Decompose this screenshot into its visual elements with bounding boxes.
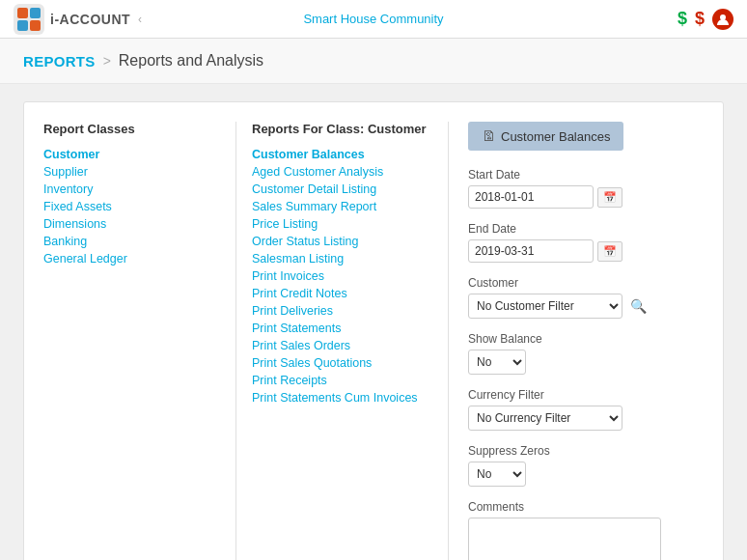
suppress-zeros-row: No Yes [468, 462, 704, 487]
end-date-label: End Date [468, 222, 704, 236]
header: i-ACCOUNT ‹ Smart House Community $ $ [0, 0, 747, 39]
class-item-customer[interactable]: Customer [43, 146, 220, 163]
start-date-row: 📅 [468, 185, 704, 209]
report-item-print-statements[interactable]: Print Statements [252, 320, 432, 337]
report-item-print-credit-notes[interactable]: Print Credit Notes [252, 285, 432, 302]
show-balance-row: No Yes [468, 350, 704, 375]
class-item-supplier[interactable]: Supplier [43, 163, 220, 181]
report-item-order-status-listing[interactable]: Order Status Listing [252, 233, 432, 250]
income-icon[interactable]: $ [678, 9, 687, 29]
report-item-print-deliveries[interactable]: Print Deliveries [252, 302, 432, 320]
comments-field: Comments [468, 500, 704, 560]
class-item-general-ledger[interactable]: General Ledger [43, 250, 220, 267]
report-card: Report Classes Customer Supplier Invento… [23, 101, 724, 560]
breadcrumb-reports-link[interactable]: REPORTS [23, 53, 96, 70]
end-date-field: End Date 📅 [468, 222, 704, 263]
report-item-aged-customer-analysis[interactable]: Aged Customer Analysis [252, 163, 432, 181]
svg-rect-3 [17, 20, 28, 31]
show-balance-label: Show Balance [468, 332, 704, 346]
end-date-calendar-button[interactable]: 📅 [597, 241, 622, 262]
end-date-input[interactable] [468, 239, 594, 263]
report-item-customer-balances[interactable]: Customer Balances [252, 146, 432, 163]
report-item-salesman-listing[interactable]: Salesman Listing [252, 250, 432, 267]
customer-label: Customer [468, 276, 704, 290]
reports-for-class-column: Reports For Class: Customer Customer Bal… [236, 122, 449, 560]
suppress-zeros-label: Suppress Zeros [468, 444, 704, 458]
show-balance-select[interactable]: No Yes [468, 350, 526, 375]
report-item-print-sales-quotations[interactable]: Print Sales Quotations [252, 354, 432, 372]
report-title-label: Customer Balances [501, 129, 610, 144]
report-classes-header: Report Classes [43, 122, 220, 136]
report-item-print-receipts[interactable]: Print Receipts [252, 372, 432, 389]
expense-icon[interactable]: $ [695, 9, 705, 29]
logo[interactable]: i-ACCOUNT [14, 4, 130, 35]
report-item-print-sales-orders[interactable]: Print Sales Orders [252, 337, 432, 354]
report-title-button[interactable]: 🖻 Customer Balances [468, 122, 623, 151]
start-date-field: Start Date 📅 [468, 168, 704, 209]
svg-rect-2 [30, 8, 41, 18]
suppress-zeros-field: Suppress Zeros No Yes [468, 444, 704, 487]
breadcrumb: REPORTS > Reports and Analysis [0, 39, 747, 84]
report-item-print-statements-cum-invoices[interactable]: Print Statements Cum Invoices [252, 389, 432, 406]
start-date-input[interactable] [468, 185, 594, 209]
currency-filter-select[interactable]: No Currency Filter [468, 406, 622, 431]
comments-textarea[interactable] [468, 518, 661, 560]
report-item-price-listing[interactable]: Price Listing [252, 215, 432, 233]
suppress-zeros-select[interactable]: No Yes [468, 462, 526, 487]
currency-filter-row: No Currency Filter [468, 406, 704, 431]
chevron-left-icon[interactable]: ‹ [138, 13, 142, 26]
community-name: Smart House Community [303, 12, 443, 26]
document-icon: 🖻 [482, 128, 495, 144]
start-date-label: Start Date [468, 168, 704, 182]
customer-select[interactable]: No Customer Filter [468, 294, 622, 319]
start-date-calendar-button[interactable]: 📅 [597, 187, 622, 208]
logo-icon [14, 4, 44, 35]
svg-rect-1 [17, 8, 28, 18]
report-panel: 🖻 Customer Balances Start Date 📅 End Dat… [449, 122, 704, 560]
class-item-banking[interactable]: Banking [43, 233, 220, 250]
report-item-print-invoices[interactable]: Print Invoices [252, 267, 432, 285]
end-date-row: 📅 [468, 239, 704, 263]
customer-search-button[interactable]: 🔍 [626, 296, 650, 316]
reports-for-class-header: Reports For Class: Customer [252, 122, 432, 136]
currency-filter-label: Currency Filter [468, 388, 704, 402]
main-content: Report Classes Customer Supplier Invento… [0, 84, 747, 560]
report-item-sales-summary-report[interactable]: Sales Summary Report [252, 198, 432, 215]
report-classes-column: Report Classes Customer Supplier Invento… [43, 122, 236, 560]
svg-rect-4 [30, 20, 41, 31]
report-item-customer-detail-listing[interactable]: Customer Detail Listing [252, 181, 432, 198]
class-item-inventory[interactable]: Inventory [43, 181, 220, 198]
comments-label: Comments [468, 500, 704, 514]
customer-row: No Customer Filter 🔍 [468, 294, 704, 319]
user-icon[interactable] [712, 9, 733, 30]
customer-field: Customer No Customer Filter 🔍 [468, 276, 704, 319]
class-item-dimensions[interactable]: Dimensions [43, 215, 220, 233]
breadcrumb-current: Reports and Analysis [119, 52, 263, 70]
breadcrumb-separator: > [103, 53, 111, 69]
show-balance-field: Show Balance No Yes [468, 332, 704, 375]
class-item-fixed-assets[interactable]: Fixed Assets [43, 198, 220, 215]
logo-text: i-ACCOUNT [50, 12, 130, 27]
currency-filter-field: Currency Filter No Currency Filter [468, 388, 704, 431]
header-actions: $ $ [678, 9, 733, 30]
